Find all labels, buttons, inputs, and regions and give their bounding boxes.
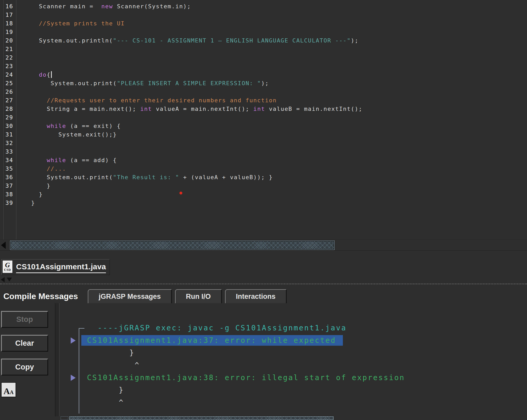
- message-line[interactable]: ----jGRASP exec: javac -g CS101Assignmen…: [60, 322, 527, 334]
- scrollbar-thumb[interactable]: [69, 416, 334, 420]
- code-text: Scanner main = new Scanner(System.in);: [19, 2, 191, 11]
- error-marker-icon[interactable]: [71, 375, 76, 381]
- code-line[interactable]: 19: [0, 28, 527, 36]
- message-line[interactable]: }: [60, 384, 527, 396]
- tab-jgrasp-messages[interactable]: jGRASP Messages: [88, 289, 172, 303]
- line-number: 23: [0, 62, 16, 70]
- line-number: 21: [0, 45, 16, 53]
- line-number: 22: [0, 53, 16, 62]
- code-lines: 16 Scanner main = new Scanner(System.in)…: [0, 0, 527, 207]
- font-icon: A: [3, 387, 10, 395]
- open-file-bar: G CSD CS101Assignment1.java: [0, 259, 527, 275]
- line-number: 33: [0, 147, 16, 156]
- tab-interactions[interactable]: Interactions: [225, 289, 287, 303]
- breakpoint-dot[interactable]: [179, 192, 182, 194]
- line-number: 27: [0, 96, 16, 105]
- message-rows: ----jGRASP exec: javac -g CS101Assignmen…: [60, 322, 527, 409]
- font-button[interactable]: AA: [1, 382, 16, 397]
- code-text: }: [19, 199, 35, 207]
- message-line[interactable]: CS101Assignment1.java:38: error: illegal…: [60, 372, 527, 384]
- code-line[interactable]: 35 //...: [0, 164, 527, 173]
- message-controls: StopClearCopyAA: [0, 303, 55, 416]
- file-tab[interactable]: G CSD CS101Assignment1.java: [1, 259, 110, 275]
- code-line[interactable]: 30 while (a == exit) {: [0, 122, 527, 130]
- line-number: 37: [0, 182, 16, 190]
- code-line[interactable]: 31 System.exit();}: [0, 130, 527, 139]
- code-line[interactable]: 37 }: [0, 182, 527, 190]
- message-text: CS101Assignment1.java:37: error: while e…: [81, 335, 343, 346]
- line-number: 36: [0, 173, 16, 182]
- code-line[interactable]: 32: [0, 139, 527, 147]
- text-cursor: [51, 71, 52, 78]
- code-line[interactable]: 17: [0, 11, 527, 19]
- scrollbar-thumb[interactable]: [10, 241, 335, 250]
- code-text: System.out.print("The Result is: " + (va…: [19, 173, 273, 182]
- line-number: 31: [0, 130, 16, 139]
- code-text: System.exit();}: [19, 130, 117, 139]
- message-text: CS101Assignment1.java:38: error: illegal…: [87, 373, 405, 382]
- stop-button[interactable]: Stop: [1, 311, 48, 328]
- clear-button[interactable]: Clear: [1, 335, 48, 352]
- message-area: ----jGRASP exec: javac -g CS101Assignmen…: [55, 303, 527, 416]
- code-line[interactable]: 21: [0, 45, 527, 53]
- code-line[interactable]: 38 }: [0, 190, 527, 199]
- error-marker-icon[interactable]: [71, 337, 76, 344]
- code-line[interactable]: 39 }: [0, 199, 527, 207]
- code-line[interactable]: 16 Scanner main = new Scanner(System.in)…: [0, 2, 527, 11]
- line-number: 38: [0, 190, 16, 199]
- line-number: 17: [0, 11, 16, 19]
- message-line[interactable]: ^: [60, 359, 527, 372]
- code-line[interactable]: 36 System.out.print("The Result is: " + …: [0, 173, 527, 182]
- copy-button[interactable]: Copy: [1, 359, 48, 375]
- messages-horizontal-scrollbar[interactable]: [61, 416, 334, 420]
- tab-run-i-o[interactable]: Run I/O: [175, 289, 222, 303]
- line-number: 35: [0, 164, 16, 173]
- file-tab-label: CS101Assignment1.java: [16, 262, 106, 273]
- jgrasp-window: 16 Scanner main = new Scanner(System.in)…: [0, 0, 527, 420]
- message-list: ----jGRASP exec: javac -g CS101Assignmen…: [60, 303, 527, 416]
- code-line[interactable]: 20 System.out.println("--- CS-101 - ASSI…: [0, 36, 527, 45]
- message-line[interactable]: ^: [60, 396, 527, 409]
- code-text: String a = main.next(); int valueA = mai…: [19, 105, 363, 113]
- code-line[interactable]: 25 System.out.print("PLEASE INSERT A SIM…: [0, 79, 527, 88]
- code-line[interactable]: 22: [0, 53, 527, 62]
- line-number: 16: [0, 2, 16, 11]
- line-number: 25: [0, 79, 16, 88]
- code-text: //...: [19, 164, 66, 173]
- tab-compile-messages[interactable]: Compile Messages: [0, 292, 81, 303]
- code-line[interactable]: 26: [0, 88, 527, 96]
- code-line[interactable]: 18 //System prints the UI: [0, 19, 527, 28]
- message-text: ^: [87, 398, 124, 407]
- line-number: 34: [0, 156, 16, 164]
- scroll-left-arrow-icon[interactable]: [1, 242, 6, 249]
- code-text: while (a == exit) {: [19, 122, 121, 130]
- line-number: 24: [0, 70, 16, 79]
- code-editor-pane[interactable]: 16 Scanner main = new Scanner(System.in)…: [0, 0, 527, 240]
- scroll-button[interactable]: [61, 416, 68, 420]
- code-line[interactable]: 24 do{: [0, 70, 527, 79]
- messages-vertical-scrollbar[interactable]: [55, 303, 60, 416]
- code-line[interactable]: 23: [0, 62, 527, 70]
- message-line[interactable]: CS101Assignment1.java:37: error: while e…: [60, 334, 527, 347]
- code-text: do{: [19, 70, 52, 79]
- line-number: 19: [0, 28, 16, 36]
- code-line[interactable]: 34 while (a == add) {: [0, 156, 527, 164]
- line-number: 39: [0, 199, 16, 207]
- message-tabs: Compile MessagesjGRASP MessagesRun I/OIn…: [0, 286, 527, 303]
- font-icon-small: A: [10, 390, 13, 395]
- code-line[interactable]: 33: [0, 147, 527, 156]
- code-line[interactable]: 29: [0, 113, 527, 122]
- pane-splitter[interactable]: [0, 276, 527, 284]
- message-text: ^: [87, 361, 140, 370]
- editor-horizontal-scrollbar[interactable]: [0, 240, 527, 251]
- splitter-down-arrow-icon[interactable]: [7, 278, 12, 281]
- code-text: //Requests user to enter their desired n…: [19, 96, 277, 105]
- message-text: }: [87, 386, 124, 394]
- code-line[interactable]: 28 String a = main.next(); int valueA = …: [0, 105, 527, 113]
- message-text: }: [87, 349, 135, 357]
- code-line[interactable]: 27 //Requests user to enter their desire…: [0, 96, 527, 105]
- splitter-left-arrow-icon[interactable]: [1, 277, 5, 282]
- message-line[interactable]: }: [60, 347, 527, 359]
- code-text: System.out.print("PLEASE INSERT A SIMPLE…: [19, 79, 269, 88]
- line-number: 32: [0, 139, 16, 147]
